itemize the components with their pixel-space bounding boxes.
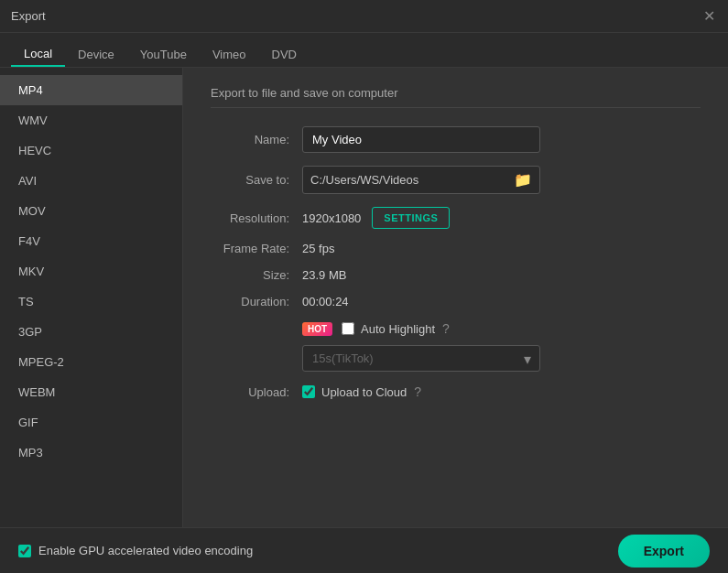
- auto-highlight-text: Auto Highlight: [361, 322, 435, 336]
- name-label: Name:: [211, 133, 302, 146]
- gpu-encoding-label[interactable]: Enable GPU accelerated video encoding: [18, 544, 253, 557]
- gpu-encoding-text: Enable GPU accelerated video encoding: [38, 544, 253, 557]
- upload-to-cloud-text: Upload to Cloud: [321, 385, 407, 399]
- tab-youtube[interactable]: YouTube: [127, 42, 200, 67]
- hot-badge: HOT: [302, 322, 332, 336]
- close-button[interactable]: ✕: [701, 8, 717, 25]
- upload-help-icon[interactable]: ?: [414, 384, 421, 399]
- auto-highlight-checkbox[interactable]: [342, 322, 354, 335]
- resolution-value: 1920x1080: [302, 211, 361, 225]
- size-row: Size: 23.9 MB: [211, 268, 701, 282]
- highlight-duration-dropdown[interactable]: 15s(TikTok): [302, 345, 540, 372]
- sidebar-item-webm[interactable]: WEBM: [0, 377, 182, 407]
- sidebar-item-mp3[interactable]: MP3: [0, 438, 182, 468]
- size-label: Size:: [211, 268, 302, 282]
- upload-row: Upload: Upload to Cloud ?: [211, 384, 701, 399]
- dropdown-container: 15s(TikTok): [302, 345, 540, 372]
- size-value: 23.9 MB: [302, 268, 346, 282]
- highlight-duration-dropdown-wrap: 15s(TikTok): [211, 345, 701, 372]
- tab-local[interactable]: Local: [11, 41, 65, 67]
- save-to-row: Save to: C:/Users/WS/Videos 📁: [211, 166, 701, 194]
- window-title: Export: [11, 9, 46, 23]
- duration-value: 00:00:24: [302, 295, 349, 308]
- save-path-text: C:/Users/WS/Videos: [310, 173, 508, 187]
- name-row: Name:: [211, 126, 701, 153]
- save-to-wrap: C:/Users/WS/Videos 📁: [302, 166, 540, 194]
- sidebar-item-f4v[interactable]: F4V: [0, 226, 182, 256]
- settings-button[interactable]: SETTINGS: [372, 207, 450, 229]
- frame-rate-row: Frame Rate: 25 fps: [211, 242, 701, 255]
- upload-label: Upload:: [211, 385, 302, 399]
- sidebar-item-wmv[interactable]: WMV: [0, 105, 182, 135]
- name-input[interactable]: [302, 126, 540, 153]
- sidebar-item-3gp[interactable]: 3GP: [0, 317, 182, 347]
- tab-device[interactable]: Device: [65, 42, 127, 67]
- frame-rate-value: 25 fps: [302, 242, 334, 255]
- sidebar-item-mov[interactable]: MOV: [0, 196, 182, 226]
- auto-highlight-label[interactable]: Auto Highlight: [342, 322, 435, 336]
- bottom-bar: Enable GPU accelerated video encoding Ex…: [0, 527, 728, 573]
- format-sidebar: MP4 WMV HEVC AVI MOV F4V MKV TS 3GP MPEG…: [0, 68, 183, 527]
- sidebar-item-mpeg2[interactable]: MPEG-2: [0, 347, 182, 377]
- auto-highlight-row: HOT Auto Highlight ?: [211, 321, 701, 336]
- sidebar-item-ts[interactable]: TS: [0, 286, 182, 317]
- tab-dvd[interactable]: DVD: [259, 42, 310, 67]
- export-settings-panel: Export to file and save on computer Name…: [183, 68, 728, 527]
- sidebar-item-hevc[interactable]: HEVC: [0, 135, 182, 166]
- export-description: Export to file and save on computer: [211, 86, 701, 108]
- main-layout: MP4 WMV HEVC AVI MOV F4V MKV TS 3GP MPEG…: [0, 68, 728, 527]
- upload-to-cloud-checkbox[interactable]: [302, 385, 315, 398]
- resolution-label: Resolution:: [211, 211, 302, 225]
- frame-rate-label: Frame Rate:: [211, 242, 302, 255]
- auto-highlight-help-icon[interactable]: ?: [442, 321, 450, 336]
- save-to-label: Save to:: [211, 173, 302, 187]
- sidebar-item-mp4[interactable]: MP4: [0, 75, 182, 105]
- gpu-encoding-checkbox[interactable]: [18, 545, 31, 557]
- title-bar: Export ✕: [0, 0, 728, 33]
- sidebar-item-mkv[interactable]: MKV: [0, 256, 182, 286]
- folder-browse-icon[interactable]: 📁: [514, 171, 532, 189]
- export-button[interactable]: Export: [618, 535, 710, 568]
- duration-label: Duration:: [211, 295, 302, 308]
- resolution-row: Resolution: 1920x1080 SETTINGS: [211, 207, 701, 229]
- sidebar-item-gif[interactable]: GIF: [0, 407, 182, 438]
- tab-bar: Local Device YouTube Vimeo DVD: [0, 33, 728, 68]
- sidebar-item-avi[interactable]: AVI: [0, 166, 182, 196]
- upload-to-cloud-label[interactable]: Upload to Cloud: [302, 385, 407, 399]
- duration-row: Duration: 00:00:24: [211, 295, 701, 308]
- tab-vimeo[interactable]: Vimeo: [200, 42, 259, 67]
